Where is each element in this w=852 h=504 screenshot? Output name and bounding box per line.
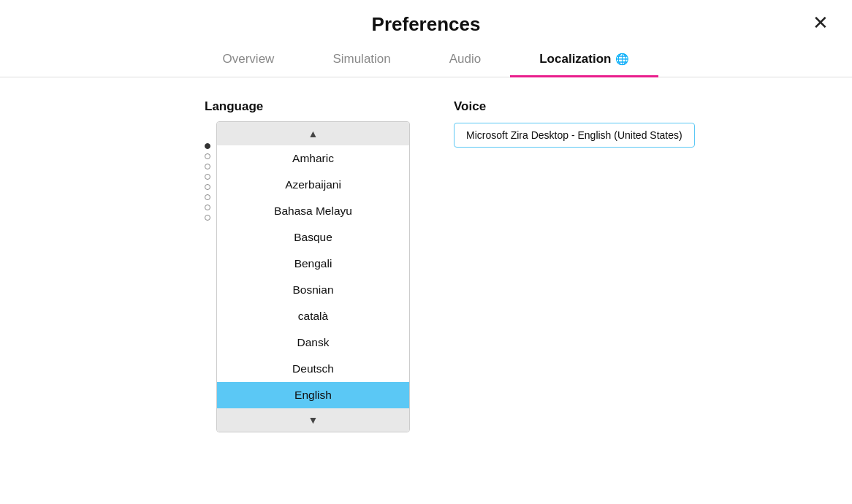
language-item-bahasa-melayu[interactable]: Bahasa Melayu [217, 198, 409, 224]
scroll-dot-1 [205, 143, 210, 149]
scroll-dot-8 [205, 215, 210, 221]
language-item-catala[interactable]: català [217, 303, 409, 329]
language-item-azerbaijani[interactable]: Azerbaijani [217, 172, 409, 198]
language-section: Language [205, 99, 410, 432]
scroll-dot-6 [205, 194, 210, 200]
scroll-dot-7 [205, 205, 210, 210]
language-item-dansk[interactable]: Dansk [217, 329, 409, 356]
language-item-bosnian[interactable]: Bosnian [217, 277, 409, 303]
tab-overview[interactable]: Overview [194, 43, 304, 77]
scroll-dot-5 [205, 184, 210, 190]
tab-localization[interactable]: Localization🌐 [510, 43, 658, 77]
scroll-indicators [205, 143, 210, 221]
scroll-dot-3 [205, 164, 210, 169]
tabs-bar: Overview Simulation Audio Localization🌐 [0, 43, 852, 77]
scroll-down-button[interactable] [217, 408, 409, 432]
dialog-header: Preferences ✕ [0, 0, 852, 43]
language-item-english[interactable]: English [217, 382, 409, 408]
globe-icon: 🌐 [615, 53, 629, 65]
scroll-up-button[interactable] [217, 122, 409, 145]
language-list-box: Amharic Azerbaijani Bahasa Melayu Basque… [216, 121, 410, 432]
language-list-wrapper: Amharic Azerbaijani Bahasa Melayu Basque… [205, 121, 410, 432]
language-items-list: Amharic Azerbaijani Bahasa Melayu Basque… [217, 145, 409, 408]
tab-audio[interactable]: Audio [420, 43, 510, 77]
language-item-bengali[interactable]: Bengali [217, 251, 409, 277]
scroll-dot-4 [205, 174, 210, 180]
tab-simulation[interactable]: Simulation [303, 43, 419, 77]
dialog-title: Preferences [372, 13, 481, 36]
language-item-basque[interactable]: Basque [217, 224, 409, 251]
scroll-dot-2 [205, 153, 210, 159]
arrow-up-icon [308, 128, 319, 140]
voice-label: Voice [454, 99, 486, 114]
arrow-down-icon [308, 414, 319, 426]
preferences-dialog: Preferences ✕ Overview Simulation Audio … [0, 0, 852, 504]
close-button[interactable]: ✕ [807, 10, 834, 35]
voice-section: Voice Microsoft Zira Desktop - English (… [454, 99, 695, 432]
voice-select-button[interactable]: Microsoft Zira Desktop - English (United… [454, 123, 695, 148]
localization-content: Language [0, 77, 852, 432]
language-label: Language [205, 99, 263, 114]
language-item-amharic[interactable]: Amharic [217, 145, 409, 172]
language-item-deutsch[interactable]: Deutsch [217, 356, 409, 382]
